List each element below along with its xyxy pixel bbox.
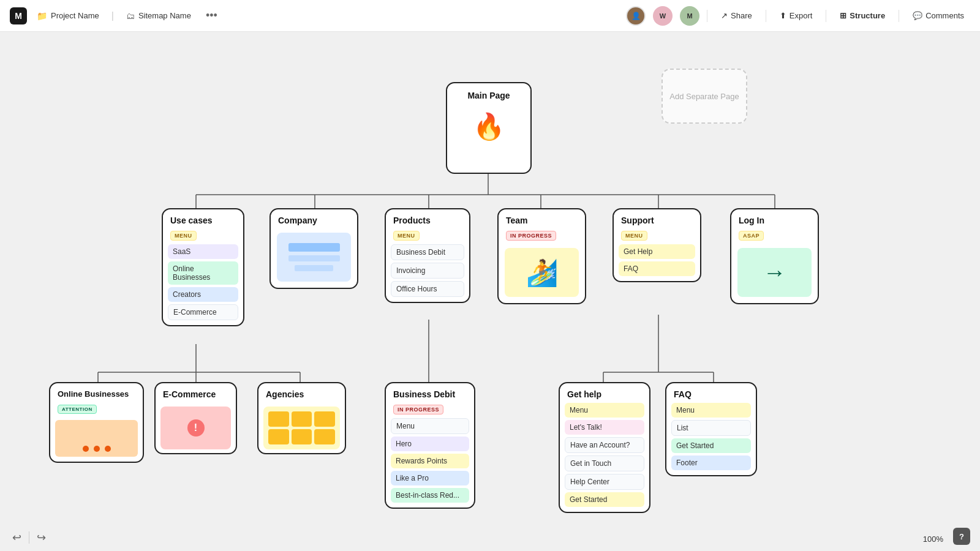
- canvas: Add Separate Page Main Page 🔥 Use cases …: [0, 32, 980, 551]
- agencies-preview: [263, 407, 340, 449]
- get-help-list: Menu Let's Talk! Have an Account? Get in…: [560, 403, 649, 512]
- main-page-node[interactable]: Main Page 🔥: [446, 82, 532, 174]
- list-item: Office Hours: [391, 281, 464, 297]
- agencies-node[interactable]: Agencies: [257, 382, 346, 454]
- sitemap-name-item[interactable]: 🗂 Sitemap Name: [121, 9, 196, 23]
- online-businesses-node[interactable]: Online Businesses ATTENTION: [49, 382, 144, 463]
- list-item: List: [671, 420, 751, 436]
- products-list: Business Debit Invoicing Office Hours: [386, 244, 469, 302]
- app-logo[interactable]: M: [10, 7, 27, 24]
- list-item: Get in Touch: [565, 455, 644, 471]
- separator: [29, 531, 29, 544]
- products-node[interactable]: Products MENU Business Debit Invoicing O…: [385, 208, 470, 303]
- team-preview: 🏄: [505, 248, 579, 297]
- list-item: Footer: [671, 455, 751, 470]
- company-node[interactable]: Company: [270, 208, 358, 289]
- login-preview: →: [737, 248, 812, 297]
- topbar-right: 👤 W M ↗ Share ⬆ Export ⊞ Structure 💬 Com…: [626, 6, 970, 26]
- list-item: Let's Talk!: [565, 420, 644, 435]
- more-menu-button[interactable]: •••: [201, 7, 222, 24]
- separator2: [707, 10, 707, 22]
- list-item: Help Center: [565, 474, 644, 490]
- login-node[interactable]: Log In ASAP →: [730, 208, 819, 304]
- avatar-w[interactable]: W: [653, 6, 673, 26]
- business-debit-node[interactable]: Business Debit IN PROGRESS Menu Hero Rew…: [385, 382, 475, 509]
- list-item: Creators: [168, 287, 238, 302]
- undo-redo-controls: ↩ ↪: [10, 528, 48, 547]
- list-item: Have an Account?: [565, 437, 644, 453]
- online-businesses-preview: [55, 420, 138, 457]
- separator4: [826, 10, 826, 22]
- export-button[interactable]: ⬆ Export: [774, 9, 819, 23]
- avatar-m[interactable]: M: [680, 6, 699, 26]
- faq-node[interactable]: FAQ Menu List Get Started Footer: [665, 382, 757, 476]
- comments-icon: 💬: [913, 11, 922, 20]
- list-item: Online Businesses: [168, 261, 238, 285]
- zoom-level: 100%: [923, 534, 943, 544]
- structure-icon: ⊞: [840, 11, 846, 20]
- list-item: Rewards Points: [391, 454, 469, 468]
- ecommerce-node[interactable]: E-Commerce !: [154, 382, 237, 454]
- list-item: Invoicing: [391, 263, 464, 279]
- ecommerce-preview: !: [160, 407, 231, 449]
- faq-list: Menu List Get Started Footer: [666, 403, 756, 475]
- main-page-emoji: 🔥: [447, 104, 530, 151]
- redo-button[interactable]: ↪: [34, 528, 48, 547]
- undo-button[interactable]: ↩: [10, 528, 24, 547]
- business-debit-list: Menu Hero Rewards Points Like a Pro Best…: [386, 418, 474, 508]
- list-item: Get Started: [671, 438, 751, 453]
- team-node[interactable]: Team IN PROGRESS 🏄: [497, 208, 586, 304]
- list-item: Hero: [391, 437, 469, 451]
- login-badge: ASAP: [739, 231, 764, 241]
- comments-button[interactable]: 💬 Comments: [907, 9, 970, 23]
- list-item: Menu: [391, 418, 469, 434]
- list-item: E-Commerce: [168, 304, 238, 320]
- topbar: M 📁 Project Name | 🗂 Sitemap Name ••• 👤 …: [0, 0, 980, 32]
- share-button[interactable]: ↗ Share: [715, 9, 758, 23]
- use-cases-node[interactable]: Use cases MENU SaaS Online Businesses Cr…: [162, 208, 244, 326]
- use-cases-list: SaaS Online Businesses Creators E-Commer…: [163, 244, 243, 325]
- help-button[interactable]: ?: [953, 528, 970, 545]
- separator1: |: [111, 10, 114, 21]
- folder-icon: 📁: [37, 11, 47, 21]
- list-item: FAQ: [619, 261, 695, 276]
- export-icon: ⬆: [780, 11, 786, 20]
- add-separate-page-button[interactable]: Add Separate Page: [662, 69, 747, 124]
- separator5: [899, 10, 899, 22]
- sitemap-icon: 🗂: [126, 11, 135, 21]
- support-list: Get Help FAQ: [614, 244, 700, 281]
- list-item: Menu: [565, 403, 644, 418]
- support-node[interactable]: Support MENU Get Help FAQ: [612, 208, 701, 282]
- share-icon: ↗: [721, 11, 728, 20]
- use-cases-badge: MENU: [170, 231, 197, 241]
- project-name-item[interactable]: 📁 Project Name: [32, 9, 104, 23]
- company-preview: [277, 233, 351, 282]
- avatar-user[interactable]: 👤: [626, 6, 646, 26]
- list-item: Get Started: [565, 492, 644, 507]
- list-item: Like a Pro: [391, 471, 469, 485]
- list-item: Menu: [671, 403, 751, 418]
- separator3: [766, 10, 766, 22]
- list-item: Best-in-class Red...: [391, 488, 469, 503]
- list-item: SaaS: [168, 244, 238, 259]
- list-item: Business Debit: [391, 244, 464, 260]
- products-badge: MENU: [393, 231, 420, 241]
- get-help-node[interactable]: Get help Menu Let's Talk! Have an Accoun…: [559, 382, 650, 513]
- list-item: Get Help: [619, 244, 695, 259]
- support-badge: MENU: [621, 231, 647, 241]
- structure-button[interactable]: ⊞ Structure: [834, 9, 891, 23]
- online-businesses-badge: ATTENTION: [58, 405, 97, 414]
- team-badge: IN PROGRESS: [506, 231, 556, 241]
- business-debit-badge: IN PROGRESS: [393, 405, 443, 414]
- bottombar: ↩ ↪ 100% ?: [0, 524, 980, 551]
